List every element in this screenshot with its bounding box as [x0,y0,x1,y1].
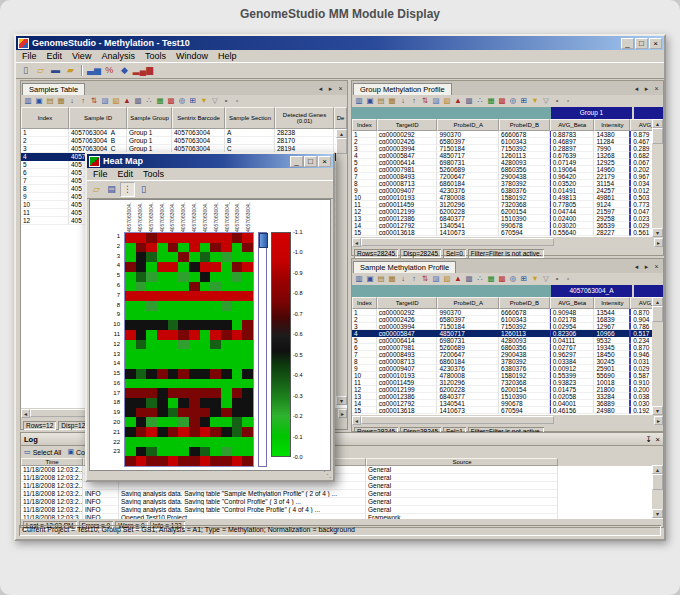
plot-image-icon[interactable]: ▨ [431,274,441,284]
line-plot-icon[interactable]: ▩ [133,96,143,106]
heat-map-cell[interactable] [136,282,147,292]
table-row[interactable]: 11/18/2008 12:03:2...INFOSaving analysis… [21,490,663,498]
heat-map-cell[interactable] [221,417,232,427]
line-plot-icon[interactable]: ▩ [464,274,474,284]
heat-map-cell[interactable] [178,311,189,321]
header-cell[interactable]: Source [366,458,558,466]
heat-map-cell[interactable] [157,291,168,301]
heat-map-cell[interactable] [157,282,168,292]
heat-map-cell[interactable] [146,330,157,340]
heat-map-cell[interactable] [146,447,157,457]
sort-descending-icon[interactable]: ↑ [78,96,88,106]
heat-map-cell[interactable] [178,447,189,457]
heat-map-cell[interactable] [189,359,200,369]
scrollbar-thumb[interactable] [361,238,554,246]
heat-map-cell[interactable] [242,388,253,398]
heat-map-cell[interactable] [221,398,232,408]
heat-map-cell[interactable] [168,233,179,243]
heat-map-cell[interactable] [125,252,136,262]
heat-map-cell[interactable] [157,330,168,340]
heat-map-cell[interactable] [178,291,189,301]
filter-icon[interactable]: ▼ [530,274,540,284]
clear-filter-icon[interactable]: ▽ [210,96,220,106]
table-row[interactable]: 2cg00002426658039761003430.46897112840.4… [352,138,663,145]
table-row[interactable]: 13cg00012386684037715103900.02400292580.… [352,215,663,222]
resize-grip-icon[interactable]: ⋱ [323,470,331,479]
pin-column-icon[interactable]: • [221,96,231,106]
zoom-icon[interactable]: ◎ [177,96,187,106]
heat-map-cell[interactable] [200,243,211,253]
heat-map-cell[interactable] [125,291,136,301]
heat-map-cell[interactable] [210,427,221,437]
heat-map-cell[interactable] [242,408,253,418]
edit-plot-icon[interactable]: ▧ [442,96,452,106]
scroll-right-icon[interactable]: ▸ [338,409,347,418]
heat-map-cell[interactable] [221,437,232,447]
scroll-down-icon[interactable]: ▾ [652,509,663,518]
filter-icon[interactable]: ▼ [530,96,540,106]
heat-map-cell[interactable] [200,252,211,262]
histogram-icon[interactable]: ▲ [453,274,463,284]
heat-map-cell[interactable] [242,379,253,389]
heat-map-cell[interactable] [168,427,179,437]
heat-map-cell[interactable] [168,379,179,389]
select-columns-icon[interactable]: ▥ [354,96,364,106]
heat-map-cell[interactable] [221,408,232,418]
menu-file[interactable]: File [88,169,113,179]
heat-map-cell[interactable] [136,311,147,321]
heat-map-cell[interactable] [178,252,189,262]
heat-map-cell[interactable] [168,311,179,321]
edit-plot-icon[interactable]: ▧ [442,274,452,284]
heat-map-cell[interactable] [146,408,157,418]
heat-map-cell[interactable] [146,233,157,243]
heat-map-cell[interactable] [232,340,243,350]
table-row[interactable]: 3cg00003994715018471503920.2889779900.28… [352,145,663,152]
table-row[interactable]: 7cg00008493720064729004380.96420221790.9… [352,173,663,180]
import-table-icon[interactable]: ▦ [387,96,397,106]
samples-table-tab[interactable]: Samples Table [22,83,85,95]
heat-map-cell[interactable] [210,311,221,321]
heat-map-cell[interactable] [210,252,221,262]
heat-map-cell[interactable] [242,320,253,330]
horizontal-scrollbar[interactable]: ◂▸ [352,414,663,425]
heat-map-cell[interactable] [157,311,168,321]
heat-map-cell[interactable] [221,291,232,301]
heat-map-cell[interactable] [168,243,179,253]
menu-window[interactable]: Window [171,51,213,61]
copy-icon[interactable]: ▣ [365,274,375,284]
heat-map-cell[interactable] [136,437,147,447]
table-row[interactable]: 15cg0001361814106736705940.46156249800.1… [352,407,663,414]
heat-map-cell[interactable] [125,408,136,418]
new-window-icon[interactable]: ▯ [137,183,150,196]
heat-map-cell[interactable] [136,379,147,389]
table-row[interactable]: 8cg00008713686018437803920.03520311540.0… [352,180,663,187]
heat-map-cell[interactable] [168,417,179,427]
heat-map-cell[interactable] [232,437,243,447]
heat-map-cell[interactable] [189,427,200,437]
heat-map-cell[interactable] [200,437,211,447]
group-panel-tab[interactable]: Group Methylation Profile [353,83,452,95]
minimize-button[interactable]: _ [621,38,634,49]
heat-map-cell[interactable] [200,262,211,272]
close-icon[interactable]: × [656,435,660,444]
heat-map-cell[interactable] [242,437,253,447]
heat-map-cell[interactable] [200,320,211,330]
heat-map-cell[interactable] [200,291,211,301]
heat-map-cell[interactable] [232,398,243,408]
heat-map-cell[interactable] [200,272,211,282]
heat-map-cell[interactable] [232,417,243,427]
heat-map-cell[interactable] [210,262,221,272]
scatter-plot-icon[interactable]: % [103,64,116,77]
header-cell[interactable]: ProbeID_A [437,119,499,131]
insert-column-icon[interactable]: ⊞ [519,274,529,284]
heat-map-cell[interactable] [146,291,157,301]
sort-ascending-icon[interactable]: ↓ [67,96,77,106]
table-row[interactable]: 11/18/2008 12:03:2...General [21,482,663,490]
heat-map-scale-slider[interactable] [258,232,267,467]
table-row[interactable]: 6cg00007981526068968603560.19064149600.2… [352,166,663,173]
sort-ascending-icon[interactable]: ↓ [398,274,408,284]
heat-map-cell[interactable] [210,456,221,466]
heat-map-cell[interactable] [178,233,189,243]
heat-map-cell[interactable] [242,330,253,340]
scroll-up-icon[interactable]: ▴ [652,119,663,128]
